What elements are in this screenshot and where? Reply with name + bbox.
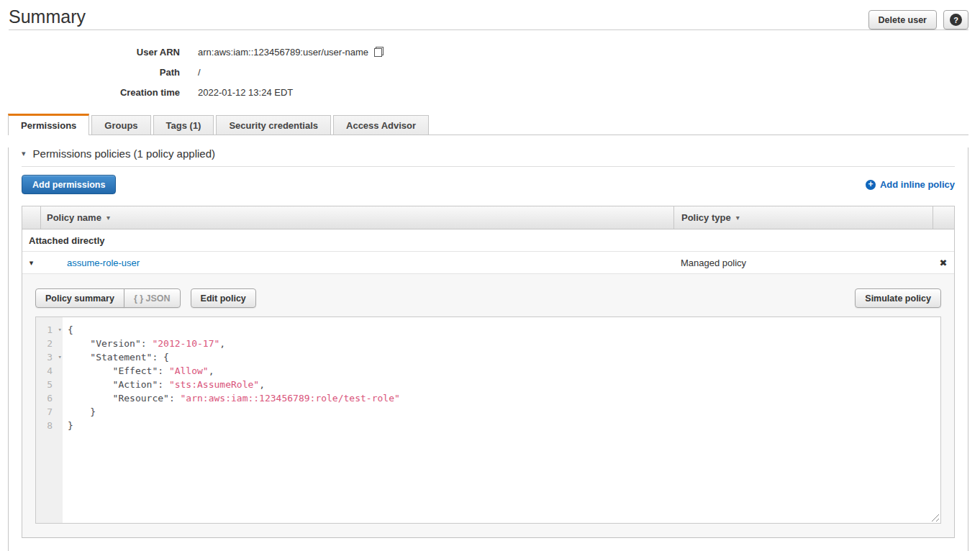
permissions-tab-content: ▾ Permissions policies (1 policy applied… [8,147,968,551]
edit-policy-button[interactable]: Edit policy [191,288,256,308]
tab-panel: Permissions Groups Tags (1) Security cre… [8,114,968,551]
code-line: "Effect": "Allow", [68,364,400,378]
code-line: "Resource": "arn:aws:iam::123456789:role… [68,391,400,405]
plus-circle-icon: + [866,180,876,190]
policy-actions-row: Add permissions + Add inline policy [22,175,955,194]
editor-resize-handle[interactable] [930,512,939,522]
path-label: Path [0,67,180,78]
user-arn-value: arn:aws:iam::123456789:user/user-name [198,47,368,58]
json-view-button[interactable]: { } JSON [124,288,181,308]
code-line: "Action": "sts:AssumeRole", [68,378,400,391]
page-title: Summary [9,6,86,27]
tab-permissions[interactable]: Permissions [8,114,89,135]
editor-code-area: { "Version": "2012-10-17", "Statement": … [63,317,400,523]
permissions-policies-section-toggle[interactable]: ▾ Permissions policies (1 policy applied… [22,147,955,160]
page-header: Summary Delete user ? [0,0,980,29]
add-inline-policy-label: Add inline policy [880,179,955,190]
header-actions-column [933,206,954,229]
help-icon: ? [950,14,962,26]
section-divider [22,166,955,167]
code-line: } [68,405,400,419]
simulate-policy-button[interactable]: Simulate policy [855,288,941,308]
header-divider [9,29,968,30]
policy-row-assume-role-user: ▾ assume-role-user Managed policy ✖ [22,252,954,274]
policies-table: Policy name ▾ Policy type ▾ Attached dir… [22,206,955,538]
sort-caret-icon: ▾ [106,214,110,222]
tab-bar: Permissions Groups Tags (1) Security cre… [8,114,968,135]
tab-security-credentials[interactable]: Security credentials [216,115,331,135]
copy-icon[interactable] [374,47,384,57]
header-expander-column [22,206,40,229]
add-permissions-button[interactable]: Add permissions [22,175,116,194]
creation-time-value: 2022-01-12 13:24 EDT [198,87,293,98]
sort-caret-icon: ▾ [736,214,740,222]
remove-policy-icon[interactable]: ✖ [940,258,948,268]
detail-row-path: Path / [0,62,980,82]
fold-icon[interactable]: ▾ [58,323,62,337]
group-row-attached-directly: Attached directly [22,229,954,252]
detail-row-user-arn: User ARN arn:aws:iam::123456789:user/use… [0,42,980,62]
policy-type-value: Managed policy [681,258,746,268]
tab-tags[interactable]: Tags (1) [153,115,214,135]
code-line: "Version": "2012-10-17", [68,337,400,350]
creation-time-label: Creation time [0,87,180,98]
add-inline-policy-link[interactable]: + Add inline policy [866,179,955,190]
delete-user-button[interactable]: Delete user [868,10,937,29]
table-header-row: Policy name ▾ Policy type ▾ [22,206,954,229]
editor-line-number-gutter: 1▾ 2 3▾ 4 5 6 7 8 [36,317,63,523]
code-line: { [68,323,400,337]
iam-user-summary-page: Summary Delete user ? User ARN arn:aws:i… [0,0,980,551]
section-collapse-icon: ▾ [22,150,26,158]
code-line: "Statement": { [68,350,400,364]
header-actions: Delete user ? [868,6,968,29]
policy-name-link[interactable]: assume-role-user [67,258,140,268]
tab-access-advisor[interactable]: Access Advisor [333,115,429,135]
row-collapse-icon[interactable]: ▾ [30,258,34,268]
user-arn-label: User ARN [0,47,180,58]
fold-icon[interactable]: ▾ [58,350,62,364]
detail-row-creation-time: Creation time 2022-01-12 13:24 EDT [0,82,980,102]
column-header-policy-type[interactable]: Policy type ▾ [673,206,933,229]
policy-summary-button[interactable]: Policy summary [35,288,124,308]
user-details: User ARN arn:aws:iam::123456789:user/use… [0,42,980,102]
tab-groups[interactable]: Groups [91,115,150,135]
json-policy-editor[interactable]: 1▾ 2 3▾ 4 5 6 7 8 { "Version": "2012-10-… [35,317,941,524]
help-button[interactable]: ? [943,10,968,29]
policy-view-button-group: Policy summary { } JSON Edit policy [35,288,256,308]
section-title: Permissions policies (1 policy applied) [33,147,215,160]
policy-detail-panel: Policy summary { } JSON Edit policy Simu… [22,274,954,538]
column-header-policy-name[interactable]: Policy name ▾ [40,206,673,229]
policy-detail-buttons: Policy summary { } JSON Edit policy Simu… [35,288,941,308]
path-value: / [198,67,201,78]
code-line: } [68,419,400,432]
